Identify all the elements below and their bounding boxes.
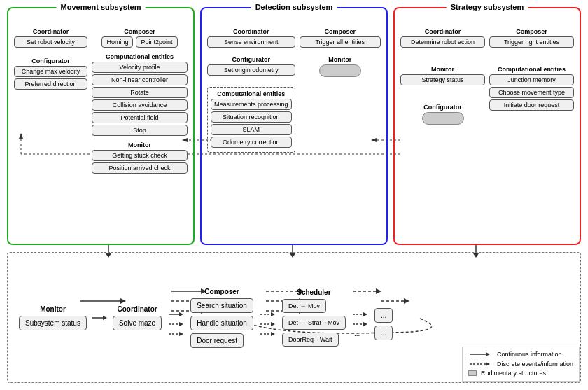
composer-handle: Handle situation [190,316,253,330]
composer-door: Door request [190,333,244,348]
str-choose-mov: Choose movement type [489,87,574,98]
mov-set-robot: Set robot velocity [14,36,88,48]
legend-discrete-text: Discrete events/information [497,361,573,368]
det-coord-label: Coordinator [207,28,295,35]
str-trigger-right: Trigger right entities [489,36,574,48]
det-monitor-label: Monitor [300,56,381,63]
det-odom: Odometry correction [211,137,292,148]
legend-continuous-text: Continuous information [497,351,562,358]
mov-pos-arrived: Position arrived check [92,162,188,174]
detection-title: Detection subsystem [251,3,337,11]
svg-marker-46 [271,332,275,336]
extra-box1: ... [374,308,393,323]
legend-rudimentary: Rudimentary structures [468,370,573,377]
mov-preferred-dir: Preferred direction [14,78,88,90]
arrow2c [167,330,185,338]
mov-p2p: Point2point [136,36,177,48]
bottom-composer-group: Composer Search situation Handle situati… [190,288,253,348]
mov-coordinator-label: Coordinator [14,28,88,35]
svg-marker-50 [363,322,368,326]
mov-vel-prof: Velocity profile [92,62,188,73]
bottom-coord-label: Coordinator [117,305,157,313]
mov-monitor-label: Monitor [92,141,188,148]
str-comp-label: Computational entities [489,66,574,73]
bottom-monitor-label: Monitor [40,305,66,313]
arrow4a [351,310,369,319]
scheduler-door-req: DoorReq→Wait [282,333,339,347]
bottom-monitor-group: Monitor Subsystem status [19,305,87,330]
mov-change-max: Change max velocity [14,66,88,77]
arrow2a [167,310,185,319]
str-config-oval [422,112,464,125]
str-config-label: Configurator [400,104,485,111]
bottom-scheduler-label: Scheduler [297,288,330,296]
legend-continuous: Continuous information [468,350,573,358]
mov-comp-label: Computational entities [92,53,188,60]
mov-homing: Homing [102,36,133,48]
arrow3a [259,310,276,319]
mov-nonlin: Non-linear controller [92,74,188,85]
strategy-title: Strategy subsystem [447,3,528,11]
main-container: Movement subsystem Coordinator Set robot… [0,0,588,390]
svg-marker-34 [103,316,107,320]
top-section: Movement subsystem Coordinator Set robot… [7,7,581,245]
svg-marker-38 [179,322,183,326]
scheduler-det-strat: Det → Strat→Mov [282,316,346,330]
det-origin: Set origin odometry [207,64,295,76]
extra-box2: ... [374,326,393,340]
extra-dots: ... [351,330,369,337]
str-composer-label: Composer [489,28,574,35]
mov-stop: Stop [92,125,188,136]
strategy-subsystem: Strategy subsystem Coordinator Determine… [393,7,581,245]
mov-potential: Potential field [92,112,188,123]
legend-continuous-line [468,350,493,358]
det-sense: Sense environment [207,36,295,48]
det-monitor-oval [319,64,361,77]
legend: Continuous information Discrete events/i… [462,347,580,382]
svg-marker-36 [179,312,183,316]
mov-stuck: Getting stuck check [92,150,188,161]
legend-discrete-line [468,360,493,368]
arrow4b [351,320,369,328]
arrow3b [259,320,276,328]
scheduler-det-mov: Det → Mov [282,299,326,313]
str-determine: Determine robot action [400,36,485,48]
det-slam: SLAM [211,124,292,135]
arrow3c [259,330,276,338]
svg-marker-40 [179,332,183,336]
bottom-coordinator-group: Coordinator Solve maze [113,305,162,330]
str-coord-label: Coordinator [400,28,485,35]
bottom-scheduler-group: Scheduler Det → Mov Det → Strat→Mov Door… [282,288,346,347]
arrow2b [167,320,185,328]
det-meas: Measurements processing [211,99,292,110]
det-sit-rec: Situation recognition [211,111,292,123]
det-composer-label: Composer [300,28,381,35]
composer-search: Search situation [190,298,253,313]
svg-marker-54 [486,362,490,366]
mov-rotate: Rotate [92,87,188,98]
legend-box-sample [468,370,477,376]
str-strategy-status: Strategy status [400,74,485,85]
bottom-monitor-box: Subsystem status [19,316,87,330]
svg-marker-52 [486,352,490,356]
detection-subsystem: Detection subsystem Coordinator Sense en… [200,7,388,245]
legend-rudimentary-text: Rudimentary structures [481,370,546,377]
mov-collision: Collision avoidance [92,99,188,111]
svg-marker-42 [271,312,275,316]
str-door-req: Initiate door request [489,99,574,111]
bottom-coord-box: Solve maze [113,316,162,330]
legend-discrete: Discrete events/information [468,360,573,368]
mov-composer-label: Composer [92,28,188,35]
extra-boxes: ... ... [374,308,393,340]
movement-title: Movement subsystem [57,3,146,11]
svg-marker-48 [363,312,368,316]
bottom-composer-label: Composer [204,288,239,295]
movement-subsystem: Movement subsystem Coordinator Set robot… [7,7,195,245]
det-trigger-all: Trigger all entities [300,36,381,48]
det-config-label: Configurator [207,56,295,63]
str-monitor-label: Monitor [400,66,485,73]
svg-marker-44 [271,322,275,326]
arrow1 [91,314,108,322]
det-comp-label: Computational entities [211,90,292,97]
str-junction: Junction memory [489,74,574,85]
